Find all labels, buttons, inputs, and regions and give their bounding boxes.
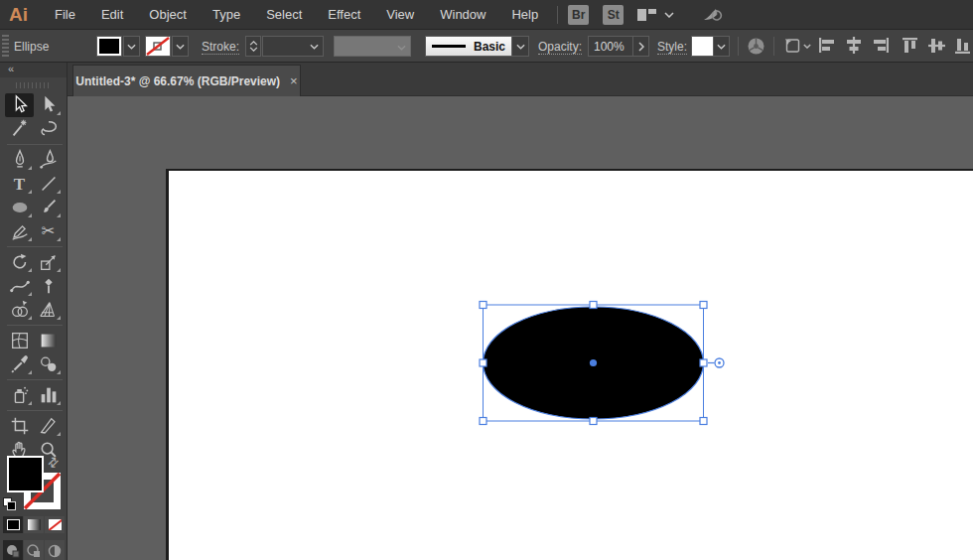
- fill-proxy-swatch[interactable]: [7, 456, 44, 492]
- type-tool-icon: T: [14, 176, 25, 193]
- stroke-panel-link[interactable]: Stroke:: [202, 40, 239, 55]
- stroke-weight-stepper[interactable]: [245, 36, 261, 57]
- fill-color-swatch[interactable]: [96, 36, 122, 57]
- none-button[interactable]: [45, 516, 65, 533]
- draw-behind-button[interactable]: [24, 540, 44, 560]
- perspective-grid-tool[interactable]: [34, 298, 63, 322]
- opacity-field[interactable]: 100%: [588, 36, 633, 57]
- control-bar-grip[interactable]: [2, 35, 9, 57]
- gradient-button[interactable]: [24, 516, 44, 533]
- pen-tool[interactable]: [5, 148, 34, 172]
- pen-tool-icon: [9, 149, 31, 171]
- mesh-tool[interactable]: [5, 329, 34, 352]
- column-graph-icon: [38, 384, 60, 406]
- opacity-stepper-button[interactable]: [632, 36, 649, 57]
- handle-top-left[interactable]: [480, 302, 486, 309]
- rotate-tool[interactable]: [5, 250, 34, 274]
- align-horizontal-center-button[interactable]: [845, 37, 863, 54]
- draw-inside-button[interactable]: [45, 540, 65, 560]
- menu-file[interactable]: File: [42, 0, 88, 30]
- selected-ellipse-group[interactable]: [68, 96, 973, 560]
- shape-builder-tool[interactable]: [5, 298, 34, 322]
- menu-separator: [557, 6, 558, 24]
- graphic-style-swatch[interactable]: [691, 36, 714, 57]
- default-fill-stroke-icon[interactable]: [3, 497, 17, 511]
- recolor-artwork-button[interactable]: [747, 37, 765, 56]
- pencil-tool[interactable]: [5, 219, 34, 243]
- align-vertical-bottom-button[interactable]: [954, 37, 971, 55]
- handle-top-right[interactable]: [700, 302, 707, 309]
- eyedropper-icon: [9, 353, 31, 375]
- toolbar-separator: [7, 144, 63, 145]
- menu-select[interactable]: Select: [253, 0, 315, 30]
- toolbar-separator: [7, 410, 63, 411]
- scissors-tool[interactable]: ✂: [34, 219, 63, 243]
- lasso-tool[interactable]: [34, 117, 63, 141]
- stock-badge-button[interactable]: St: [603, 5, 624, 25]
- align-horizontal-right-button[interactable]: [872, 37, 890, 54]
- selection-tool[interactable]: [5, 93, 34, 117]
- curvature-tool[interactable]: [34, 148, 63, 172]
- stroke-weight-field[interactable]: [262, 36, 324, 57]
- fill-color-dropdown[interactable]: [123, 36, 140, 57]
- drawing-mode-buttons: [3, 540, 65, 560]
- select-similar-objects-button[interactable]: [783, 37, 811, 55]
- menu-help[interactable]: Help: [498, 0, 551, 30]
- brush-profile-chevron[interactable]: [511, 36, 529, 57]
- draw-normal-button[interactable]: [3, 540, 23, 560]
- menu-view[interactable]: View: [373, 0, 427, 30]
- style-panel-link[interactable]: Style:: [657, 40, 687, 55]
- opacity-panel-link[interactable]: Opacity:: [538, 40, 582, 55]
- document-tab[interactable]: Untitled-3* @ 66.67% (RGB/Preview) ×: [72, 65, 301, 96]
- align-vertical-center-button[interactable]: [928, 37, 945, 55]
- arrange-documents-button[interactable]: [637, 8, 674, 22]
- menu-effect[interactable]: Effect: [315, 0, 373, 30]
- draw-behind-icon: [26, 543, 42, 559]
- handle-bottom-center[interactable]: [590, 418, 597, 425]
- magic-wand-tool[interactable]: [5, 117, 34, 141]
- symbol-sprayer-tool[interactable]: [5, 383, 34, 407]
- graphic-style-dropdown[interactable]: [713, 36, 730, 57]
- eyedropper-tool[interactable]: [5, 352, 34, 376]
- menu-object[interactable]: Object: [136, 0, 200, 30]
- color-button[interactable]: [3, 516, 23, 533]
- stroke-color-dropdown[interactable]: [172, 36, 189, 57]
- width-tool[interactable]: [5, 274, 34, 298]
- handle-middle-right[interactable]: [700, 359, 707, 366]
- paintbrush-tool[interactable]: [34, 196, 63, 219]
- tab-close-icon[interactable]: ×: [290, 73, 298, 88]
- column-graph-tool[interactable]: [34, 383, 63, 407]
- direct-selection-tool[interactable]: [34, 93, 63, 117]
- none-swatch-icon: [146, 37, 170, 56]
- bridge-badge-button[interactable]: Br: [568, 5, 589, 25]
- handle-top-center[interactable]: [590, 302, 597, 309]
- artboard-tool[interactable]: [5, 414, 34, 438]
- ellipse-tool-icon: [9, 197, 31, 218]
- scale-tool[interactable]: [34, 250, 63, 274]
- handle-bottom-right[interactable]: [700, 418, 707, 425]
- toolbar-grip[interactable]: [0, 77, 67, 93]
- gpu-performance-button[interactable]: [702, 6, 724, 24]
- variable-width-profile-dropdown[interactable]: Basic: [425, 36, 512, 57]
- menu-type[interactable]: Type: [200, 0, 253, 30]
- handle-bottom-left[interactable]: [480, 418, 486, 425]
- toolbar-collapse-button[interactable]: «: [0, 63, 67, 77]
- align-vertical-top-button[interactable]: [902, 37, 918, 55]
- menu-window[interactable]: Window: [427, 0, 498, 30]
- canvas-area[interactable]: [68, 96, 973, 560]
- puppet-warp-tool[interactable]: [34, 274, 63, 298]
- blend-tool[interactable]: [34, 352, 63, 376]
- align-horizontal-left-button[interactable]: [818, 37, 836, 54]
- stroke-color-swatch[interactable]: [145, 36, 171, 57]
- type-tool[interactable]: T: [5, 172, 34, 196]
- line-segment-tool[interactable]: [34, 172, 63, 196]
- center-point[interactable]: [590, 359, 597, 366]
- chevron-down-icon: [127, 44, 136, 50]
- menu-edit[interactable]: Edit: [88, 0, 136, 30]
- swap-fill-stroke-icon[interactable]: ⇄: [44, 453, 62, 471]
- handle-middle-left[interactable]: [480, 359, 486, 366]
- none-swatch-icon: [49, 519, 62, 530]
- slice-tool[interactable]: [34, 414, 63, 438]
- ellipse-tool[interactable]: [5, 196, 34, 219]
- gradient-tool[interactable]: [34, 329, 63, 352]
